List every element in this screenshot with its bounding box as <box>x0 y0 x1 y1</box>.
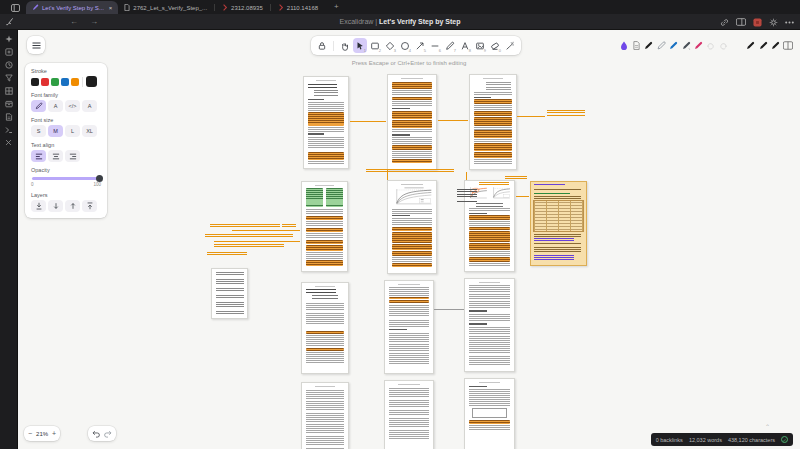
current-stroke-swatch[interactable] <box>86 76 97 87</box>
canvas-annotation-text[interactable] <box>214 244 284 249</box>
pencil-gray-icon[interactable] <box>655 41 667 50</box>
zoom-in-button[interactable]: + <box>52 430 56 437</box>
highlighter-drop-icon[interactable] <box>618 41 630 50</box>
canvas-page[interactable] <box>464 278 515 372</box>
tab-lets-verify[interactable]: Let's Verify Step by S... × <box>26 1 118 14</box>
pen-blue-icon[interactable] <box>668 41 680 50</box>
canvas-annotation-text[interactable] <box>505 176 527 181</box>
filter-icon[interactable] <box>5 74 13 82</box>
tab-arxiv-2110[interactable]: 2110.14168 <box>272 1 324 14</box>
forward-button[interactable]: → <box>90 17 98 26</box>
chevron-up-icon[interactable]: ⌃ <box>765 423 770 430</box>
font-normal-button[interactable]: A <box>48 100 63 112</box>
canvas-page[interactable] <box>301 181 348 272</box>
extension-icon[interactable] <box>753 18 762 27</box>
close-panel-icon[interactable] <box>5 139 12 146</box>
canvas-page[interactable] <box>211 268 248 319</box>
archive-icon[interactable] <box>5 100 13 108</box>
canvas-annotation-text[interactable] <box>205 234 293 239</box>
tab-pdf-download[interactable]: 2762_Let_s_Verify_Step_... <box>118 1 213 14</box>
share-link-icon[interactable] <box>720 18 729 27</box>
history-icon[interactable] <box>5 61 13 69</box>
note-doc-icon[interactable] <box>630 41 642 50</box>
canvas-page[interactable] <box>384 380 434 449</box>
canvas-page[interactable] <box>469 74 517 170</box>
font-size-m[interactable]: M <box>48 125 63 137</box>
canvas-page[interactable] <box>387 74 437 170</box>
pen-black-icon[interactable] <box>757 41 769 50</box>
stroke-swatch-green[interactable] <box>51 78 59 86</box>
align-center-button[interactable] <box>48 150 63 162</box>
settings-gear-icon[interactable] <box>769 18 778 27</box>
pen-black-icon[interactable] <box>745 41 757 50</box>
zoom-out-button[interactable]: − <box>28 430 32 437</box>
pen-red-icon[interactable] <box>692 41 704 50</box>
canvas-annotation-text[interactable] <box>479 182 509 187</box>
send-to-back-button[interactable] <box>31 200 46 212</box>
tool-draw[interactable]: 7 <box>443 38 457 53</box>
split-view-icon[interactable] <box>736 18 746 26</box>
stroke-swatch-red[interactable] <box>41 78 49 86</box>
tab-close-icon[interactable]: × <box>109 5 113 11</box>
send-backward-button[interactable] <box>48 200 63 212</box>
canvas-page[interactable] <box>387 180 437 274</box>
terminal-icon[interactable] <box>5 126 13 134</box>
tool-diamond[interactable]: 3 <box>383 38 397 53</box>
canvas-page[interactable] <box>303 76 349 169</box>
tool-rectangle[interactable]: 2 <box>368 38 382 53</box>
canvas-page[interactable] <box>301 282 349 374</box>
tool-ellipse[interactable]: 4 <box>398 38 412 53</box>
redo-button[interactable] <box>104 429 113 438</box>
spark-icon[interactable] <box>5 35 13 43</box>
canvas-page[interactable] <box>384 280 434 374</box>
align-right-button[interactable] <box>65 150 80 162</box>
library-panel-icon[interactable] <box>782 41 794 50</box>
font-other-button[interactable]: A <box>82 100 97 112</box>
pen-black-icon[interactable] <box>643 41 655 50</box>
canvas-annotation-text[interactable] <box>457 189 477 203</box>
pen-black-icon[interactable] <box>769 41 781 50</box>
tool-image[interactable]: 9 <box>473 38 487 53</box>
main-menu-button[interactable] <box>27 36 45 54</box>
canvas-annotation-text[interactable] <box>282 224 296 229</box>
bring-forward-button[interactable] <box>65 200 80 212</box>
back-button[interactable]: ← <box>70 17 78 26</box>
canvas-annotation-text[interactable] <box>207 252 247 257</box>
zoom-value[interactable]: 21% <box>36 431 48 437</box>
canvas-page[interactable] <box>464 378 515 449</box>
tab-overview-icon[interactable] <box>8 2 22 13</box>
canvas-annotation-text[interactable] <box>210 224 280 229</box>
stroke-swatch-black[interactable] <box>31 78 39 86</box>
tool-lock[interactable] <box>315 38 329 53</box>
font-size-s[interactable]: S <box>31 125 46 137</box>
tool-arrow[interactable]: 5 <box>413 38 427 53</box>
font-code-button[interactable]: </> <box>65 100 80 112</box>
pen-dark-icon[interactable] <box>680 41 692 50</box>
font-size-l[interactable]: L <box>65 125 80 137</box>
tool-laser[interactable] <box>503 38 517 53</box>
more-menu-icon[interactable] <box>785 21 794 24</box>
opacity-slider[interactable] <box>32 177 100 180</box>
grid-icon[interactable] <box>5 87 13 95</box>
tool-line[interactable]: 6 <box>428 38 442 53</box>
tool-text[interactable]: 8 <box>458 38 472 53</box>
undo-button[interactable] <box>91 429 100 438</box>
pen-faded-icon[interactable] <box>717 41 729 50</box>
canvas-page[interactable] <box>301 382 349 449</box>
stroke-swatch-blue[interactable] <box>61 78 69 86</box>
new-page-icon[interactable] <box>5 48 13 56</box>
tool-hand[interactable] <box>338 38 352 53</box>
pen-faded-icon[interactable] <box>705 41 717 50</box>
bring-to-front-button[interactable] <box>82 200 97 212</box>
tab-arxiv-2312[interactable]: 2312.08935 <box>216 1 269 14</box>
tool-selection[interactable]: 1 <box>353 38 367 53</box>
opacity-knob[interactable] <box>96 175 103 182</box>
document-icon[interactable] <box>5 113 13 121</box>
excalidraw-canvas[interactable] <box>0 0 800 449</box>
new-tab-button[interactable]: + <box>334 2 339 12</box>
stroke-swatch-orange[interactable] <box>71 78 79 86</box>
canvas-note-page[interactable] <box>530 181 587 266</box>
align-left-button[interactable] <box>31 150 46 162</box>
canvas-annotation-text[interactable] <box>366 169 454 174</box>
font-handdrawn-button[interactable] <box>31 100 46 112</box>
